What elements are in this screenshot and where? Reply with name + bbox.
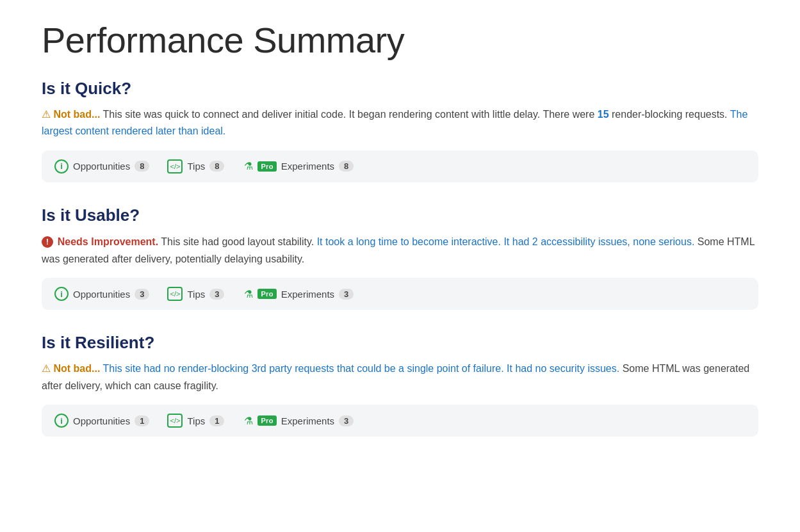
accessibility-link[interactable]: It had 2 accessibility issues, none seri… [503, 236, 694, 247]
badge-count-tips: 3 [209, 289, 224, 300]
badge-tips-resilient[interactable]: </>Tips1 [167, 414, 224, 428]
flask-icon-wrap: ⚗Pro [242, 159, 276, 173]
section-usable: Is it Usable?! Needs Improvement. This s… [42, 206, 758, 310]
section-body-quick: ⚠ Not bad... This site was quick to conn… [42, 106, 758, 140]
badge-opportunities-quick[interactable]: iOpportunities8 [54, 159, 149, 173]
badge-label-experiments: Experiments [281, 161, 334, 172]
tips-icon: </> [167, 414, 183, 428]
status-label-resilient: Not bad... [53, 363, 100, 374]
badge-experiments-quick[interactable]: ⚗ProExperiments8 [242, 159, 354, 173]
status-label-usable: Needs Improvement. [58, 236, 158, 247]
status-label-quick: Not bad... [53, 109, 100, 120]
warning-icon: ⚠ [42, 109, 53, 120]
badge-experiments-resilient[interactable]: ⚗ProExperiments3 [242, 414, 354, 428]
badge-bar-resilient: iOpportunities1</>Tips1⚗ProExperiments3 [42, 405, 758, 437]
badge-bar-usable: iOpportunities3</>Tips3⚗ProExperiments3 [42, 278, 758, 310]
badge-label-opportunities: Opportunities [73, 289, 130, 300]
badge-label-tips: Tips [187, 415, 205, 426]
badge-experiments-usable[interactable]: ⚗ProExperiments3 [242, 287, 354, 301]
badge-tips-quick[interactable]: </>Tips8 [167, 159, 224, 173]
badge-label-experiments: Experiments [281, 289, 334, 300]
render-blocking-count: 15 [598, 109, 609, 120]
flask-icon: ⚗ [242, 414, 255, 428]
page-title: Performance Summary [42, 19, 758, 61]
security-link[interactable]: It had no security issues. [507, 363, 619, 374]
flask-icon-wrap: ⚗Pro [242, 414, 276, 428]
badge-opportunities-resilient[interactable]: iOpportunities1 [54, 414, 149, 428]
badge-label-opportunities: Opportunities [73, 161, 130, 172]
badge-bar-quick: iOpportunities8</>Tips8⚗ProExperiments8 [42, 150, 758, 182]
badge-count-experiments: 8 [339, 161, 354, 172]
pro-badge: Pro [257, 415, 276, 426]
flask-icon-wrap: ⚗Pro [242, 287, 276, 301]
badge-tips-usable[interactable]: </>Tips3 [167, 287, 224, 301]
flask-icon: ⚗ [242, 159, 255, 173]
lcp-link[interactable]: The largest content rendered later than … [42, 109, 747, 136]
badge-label-tips: Tips [187, 289, 205, 300]
badge-count-tips: 1 [209, 415, 224, 426]
pro-badge: Pro [257, 289, 276, 299]
section-heading-resilient: Is it Resilient? [42, 333, 758, 353]
tips-icon: </> [167, 159, 183, 173]
warning-icon: ⚠ [42, 363, 53, 374]
badge-label-tips: Tips [187, 161, 205, 172]
pro-badge: Pro [257, 161, 276, 172]
flask-icon: ⚗ [242, 287, 255, 301]
badge-opportunities-usable[interactable]: iOpportunities3 [54, 287, 149, 301]
badge-label-experiments: Experiments [281, 415, 334, 426]
badge-count-opportunities: 3 [135, 289, 149, 300]
section-body-resilient: ⚠ Not bad... This site had no render-blo… [42, 360, 758, 394]
badge-label-opportunities: Opportunities [73, 415, 130, 426]
badge-count-opportunities: 1 [135, 415, 149, 426]
interactive-link[interactable]: It took a long time to become interactiv… [317, 236, 501, 247]
badge-count-tips: 8 [209, 161, 224, 172]
section-heading-usable: Is it Usable? [42, 206, 758, 225]
info-icon: i [54, 287, 69, 301]
section-quick: Is it Quick?⚠ Not bad... This site was q… [42, 79, 758, 182]
badge-count-experiments: 3 [339, 289, 354, 300]
third-party-link[interactable]: This site had no render-blocking 3rd par… [103, 363, 504, 374]
badge-count-opportunities: 8 [135, 161, 149, 172]
info-icon: i [54, 414, 69, 428]
section-resilient: Is it Resilient?⚠ Not bad... This site h… [42, 333, 758, 437]
badge-count-experiments: 3 [339, 415, 354, 426]
error-icon: ! [42, 236, 58, 248]
section-heading-quick: Is it Quick? [42, 79, 758, 99]
section-body-usable: ! Needs Improvement. This site had good … [42, 233, 758, 268]
tips-icon: </> [167, 287, 183, 301]
info-icon: i [54, 159, 69, 173]
